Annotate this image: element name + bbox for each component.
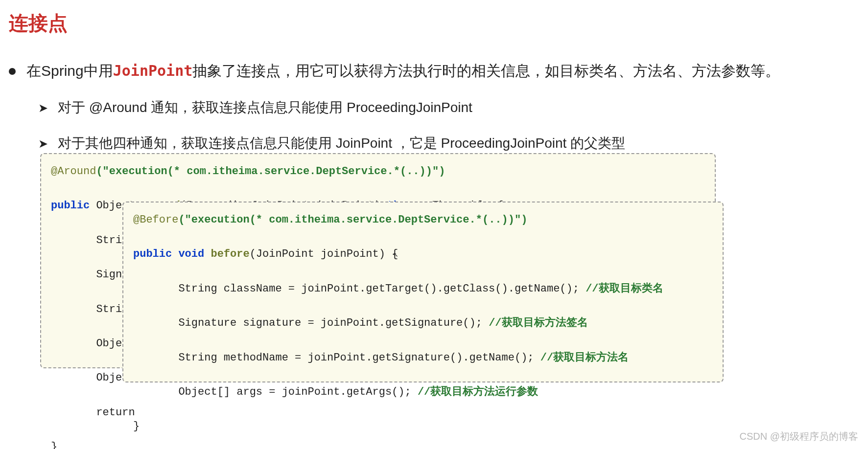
annotation-arg: ("execution(* com.itheima.service.DeptSe… bbox=[178, 214, 527, 226]
sub-bullet-list: ➤ 对于 @Around 通知，获取连接点信息只能使用 ProceedingJo… bbox=[9, 98, 868, 153]
code-line: String className = joinPoint.getTarget()… bbox=[133, 283, 586, 295]
annotation: @Before bbox=[133, 214, 178, 226]
kw-void: void bbox=[178, 248, 204, 260]
watermark: CSDN @初级程序员的博客 bbox=[739, 430, 858, 443]
code-line: Signature signature = joinPoint.getSigna… bbox=[133, 317, 489, 329]
code-block-before: @Before("execution(* com.itheima.service… bbox=[122, 202, 724, 382]
comment: //获取目标方法签名 bbox=[489, 317, 587, 329]
main-bullet: 在Spring中用JoinPoint抽象了连接点，用它可以获得方法执行时的相关信… bbox=[9, 61, 868, 81]
chevron-right-icon: ➤ bbox=[38, 137, 48, 151]
code-line: return bbox=[51, 406, 141, 419]
comment: //获取目标方法名 bbox=[540, 352, 629, 364]
fn-params: (JoinPoint joinPoint) { bbox=[250, 248, 399, 260]
comment: //获取目标类名 bbox=[586, 283, 663, 295]
sub-bullet-2: ➤ 对于其他四种通知，获取连接点信息只能使用 JoinPoint ，它是 Pro… bbox=[38, 134, 868, 153]
bullet-list: 在Spring中用JoinPoint抽象了连接点，用它可以获得方法执行时的相关信… bbox=[0, 37, 868, 153]
code-line: String methodName = joinPoint.getSignatu… bbox=[133, 352, 540, 364]
fn-name: before bbox=[211, 248, 249, 260]
annotation-arg: ("execution(* com.itheima.service.DeptSe… bbox=[96, 165, 445, 178]
code-close: } bbox=[51, 441, 57, 449]
kw-public: public bbox=[133, 248, 172, 260]
code-close: } bbox=[133, 420, 140, 432]
sub-bullet-1: ➤ 对于 @Around 通知，获取连接点信息只能使用 ProceedingJo… bbox=[38, 98, 868, 117]
sub-bullet-1-text: 对于 @Around 通知，获取连接点信息只能使用 ProceedingJoin… bbox=[58, 98, 472, 117]
bullet-joinpoint: JoinPoint bbox=[113, 62, 193, 79]
annotation: @Around bbox=[51, 165, 96, 178]
bullet-text: 在Spring中用JoinPoint抽象了连接点，用它可以获得方法执行时的相关信… bbox=[26, 61, 780, 81]
chevron-right-icon: ➤ bbox=[38, 101, 48, 115]
cursor-icon: ↖ bbox=[394, 249, 399, 262]
section-heading: 连接点 bbox=[0, 0, 868, 37]
bullet-post: 抽象了连接点，用它可以获得方法执行时的相关信息，如目标类名、方法名、方法参数等。 bbox=[192, 63, 780, 79]
sub-bullet-2-text: 对于其他四种通知，获取连接点信息只能使用 JoinPoint ，它是 Proce… bbox=[58, 134, 625, 153]
comment: //获取目标方法运行参数 bbox=[418, 386, 538, 398]
kw-public: public bbox=[51, 200, 90, 212]
code-line: Object[] args = joinPoint.getArgs(); bbox=[133, 386, 418, 398]
bullet-pre: 在Spring中用 bbox=[26, 63, 113, 79]
bullet-dot-icon bbox=[9, 68, 16, 75]
